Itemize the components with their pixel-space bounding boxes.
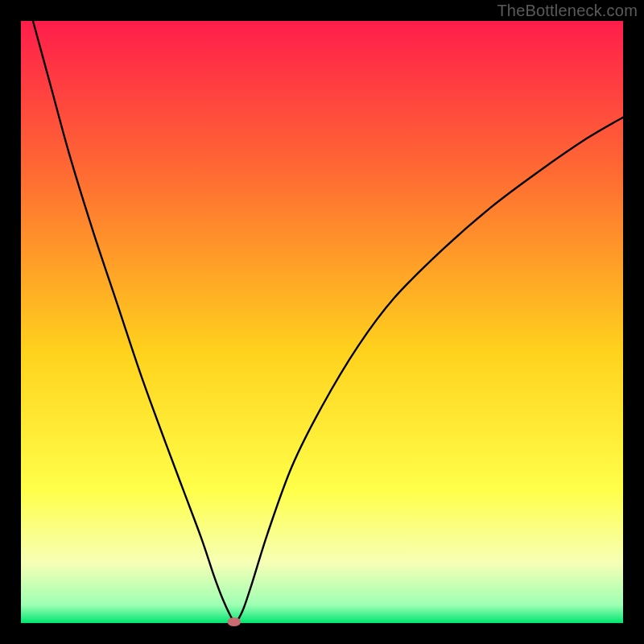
bottleneck-chart — [0, 0, 644, 644]
bottleneck-marker — [228, 617, 241, 626]
watermark-text: TheBottleneck.com — [497, 2, 638, 20]
chart-stage: TheBottleneck.com — [0, 0, 644, 644]
chart-background — [21, 21, 623, 623]
